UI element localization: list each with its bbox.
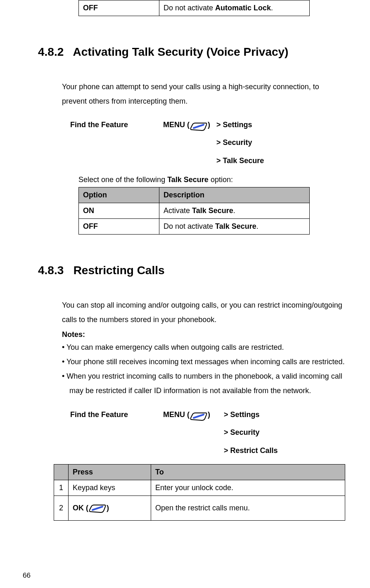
section-body: Your phone can attempt to send your call… — [62, 80, 345, 108]
path-item: > Security — [224, 424, 278, 441]
path-item: > Talk Secure — [216, 152, 264, 169]
table-row: OFF Do not activate Talk Secure. — [79, 218, 310, 234]
section-heading-482: 4.8.2 Activating Talk Security (Voice Pr… — [62, 39, 345, 65]
option-cell: OFF — [79, 0, 159, 16]
path-item: > Restrict Calls — [224, 442, 278, 459]
to-cell: Open the restrict calls menu. — [151, 496, 345, 521]
table-row: 2 OK () Open the restrict calls menu. — [54, 496, 345, 521]
press-cell: OK () — [69, 496, 151, 521]
option-cell: OFF — [79, 218, 159, 234]
table-row: OFF Do not activate Automatic Lock. — [79, 0, 310, 16]
find-feature-menu: MENU () — [163, 116, 210, 133]
column-header — [54, 465, 69, 480]
automatic-lock-table: OFF Do not activate Automatic Lock. — [78, 0, 310, 16]
press-cell: Keypad keys — [69, 480, 151, 496]
section-body: You can stop all incoming and/or outgoin… — [62, 298, 345, 326]
description-cell: Do not activate Automatic Lock. — [159, 0, 310, 16]
column-header: Option — [79, 187, 159, 203]
to-cell: Enter your unlock code. — [151, 480, 345, 496]
table-header-row: Press To — [54, 465, 345, 480]
list-item: • When you restrict incoming calls to nu… — [62, 369, 345, 398]
column-header: Press — [69, 465, 151, 480]
path-item: > Settings — [224, 406, 278, 423]
step-number: 1 — [54, 480, 69, 496]
find-feature-block: Find the Feature MENU () > Settings > Se… — [70, 406, 345, 460]
table-row: 1 Keypad keys Enter your unlock code. — [54, 480, 345, 496]
find-feature-label: Find the Feature — [70, 116, 161, 133]
table-header-row: Option Description — [79, 187, 310, 203]
find-feature-label: Find the Feature — [70, 406, 161, 423]
section-heading-483: 4.8.3 Restricting Calls — [62, 257, 345, 284]
select-option-line: Select one of the following Talk Secure … — [78, 174, 345, 185]
softkey-icon — [190, 410, 208, 420]
step-number: 2 — [54, 496, 69, 521]
description-cell: Activate Talk Secure. — [159, 203, 310, 218]
softkey-icon — [190, 121, 208, 130]
list-item: • Your phone still receives incoming tex… — [62, 355, 345, 369]
find-feature-block: Find the Feature MENU () > Settings > Se… — [70, 116, 345, 170]
column-header: Description — [159, 187, 310, 203]
option-cell: ON — [79, 203, 159, 218]
find-feature-path: > Settings > Security > Restrict Calls — [224, 406, 278, 460]
restrict-calls-steps-table: Press To 1 Keypad keys Enter your unlock… — [54, 464, 345, 521]
path-item: > Security — [216, 134, 264, 151]
path-item: > Settings — [216, 116, 264, 133]
list-item: • You can make emergency calls when outg… — [62, 340, 345, 355]
column-header: To — [151, 465, 345, 480]
softkey-icon — [88, 504, 107, 513]
notes-list: • You can make emergency calls when outg… — [62, 340, 345, 398]
talk-secure-table: Option Description ON Activate Talk Secu… — [78, 187, 310, 235]
notes-label: Notes: — [62, 329, 345, 340]
find-feature-path: > Settings > Security > Talk Secure — [216, 116, 264, 170]
description-cell: Do not activate Talk Secure. — [159, 218, 310, 234]
find-feature-menu: MENU () — [163, 406, 210, 423]
table-row: ON Activate Talk Secure. — [79, 203, 310, 218]
